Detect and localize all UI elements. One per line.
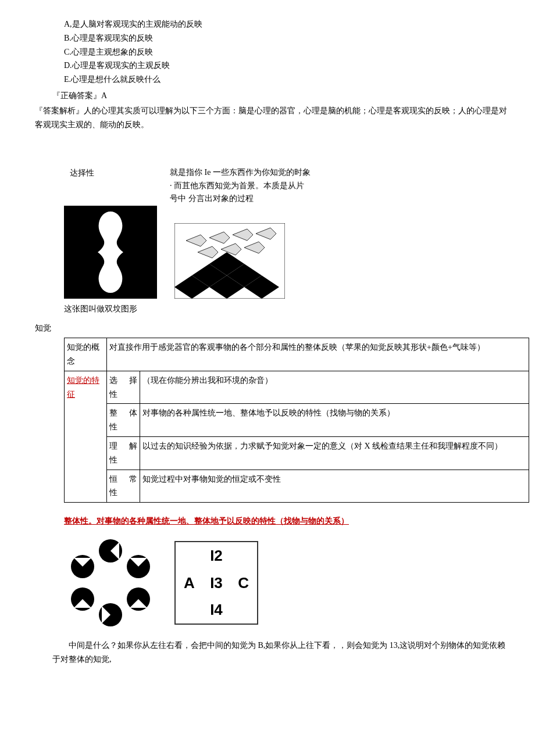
- wholeness-emphasis: 整体性。对事物的各种属性统一地、整体地予以反映的特性（找物与物的关系）: [64, 514, 512, 528]
- feature-wholeness-value: 对事物的各种属性统一地、整体地予以反映的特性（找物与物的关系）: [140, 404, 529, 437]
- selectivity-description-line1: 就是指你 Ie 一些东西作为你知觉的时象: [170, 166, 311, 179]
- feature-wholeness-header: 整 体性: [107, 404, 140, 437]
- feature-selectivity-header: 选 择性: [107, 371, 140, 404]
- selectivity-description: 就是指你 Ie 一些东西作为你知觉的时象 · 而苴他东西知觉为首景。本质是从片 …: [170, 166, 311, 205]
- answer-explanation: 『答案解析』人的心理其实质可以理解为以下三个方面：脑是心理的器官，心理是脑的机能…: [35, 104, 512, 132]
- grid-right: C: [238, 570, 249, 596]
- grid-mid: I3: [210, 570, 223, 596]
- perception-section-label: 知觉: [35, 321, 512, 335]
- grid-bottom: I4: [210, 597, 223, 622]
- correct-answer: 『正确答案』A: [52, 89, 512, 103]
- selectivity-description-line2: · 而苴他东西知觉为首景。本质是从片: [170, 180, 311, 192]
- table-row: 理 解性 以过去的知识经验为依据，力求赋予知觉对象一定的意义（对 X 线检查结果…: [65, 436, 529, 470]
- option-d: D.心理是客观现实的主观反映: [64, 59, 512, 73]
- escher-tessellation-image: [174, 223, 285, 299]
- option-c: C.心理是主观想象的反映: [64, 45, 512, 59]
- table-row: 知觉的特征 选 择性 （现在你能分辨出我和环境的杂音）: [65, 371, 529, 404]
- pacman-gestalt-image: [64, 536, 157, 629]
- vase-caption: 这张图叫做双坟图形: [64, 302, 137, 316]
- feature-understanding-header: 理 解性: [107, 436, 140, 470]
- option-b: B.心理是客观现实的反映: [64, 31, 512, 45]
- feature-understanding-value: 以过去的知识经验为依据，力求赋予知觉对象一定的意义（对 X 线检查结果主任和我理…: [140, 436, 529, 470]
- table-row: 整 体性 对事物的各种属性统一地、整体地予以反映的特性（找物与物的关系）: [65, 404, 529, 437]
- grid-left: A: [184, 570, 195, 596]
- feature-constancy-value: 知觉过程中对事物知觉的恒定或不变性: [140, 470, 529, 503]
- letters-grid-image: I2 A I3 C I4: [174, 541, 258, 625]
- option-a: A,是人脑对客观现实的主观能动的反映: [64, 17, 512, 31]
- table-row: 恒 常性 知觉过程中对事物知觉的恒定或不变性: [65, 470, 529, 503]
- concept-value: 对直接作用于感觉器官的客观事物的各个部分和属性的整体反映（苹果的知觉反映其形状+…: [107, 338, 529, 371]
- grid-top: I2: [210, 543, 223, 568]
- option-e: E.心理是想什么就反映什么: [64, 73, 512, 87]
- table-row: 知觉的概念 对直接作用于感觉器官的客观事物的各个部分和属性的整体反映（苹果的知觉…: [65, 338, 529, 371]
- feature-selectivity-value: （现在你能分辨出我和环境的杂音）: [140, 371, 529, 404]
- perception-table: 知觉的概念 对直接作用于感觉器官的客观事物的各个部分和属性的整体反映（苹果的知觉…: [64, 338, 529, 503]
- selectivity-description-line3: 号中 分言出对象的过程: [170, 192, 311, 205]
- vase-faces-image: [64, 206, 157, 299]
- features-header: 知觉的特征: [65, 371, 107, 502]
- feature-constancy-header: 恒 常性: [107, 470, 140, 503]
- concept-header: 知觉的概念: [65, 338, 107, 371]
- bottom-paragraph: 中间是什么？如果你从左往右看，会把中间的知觉为 B,如果你从上往下看，，则会知觉…: [52, 639, 512, 667]
- selectivity-label: 达择性: [70, 166, 94, 180]
